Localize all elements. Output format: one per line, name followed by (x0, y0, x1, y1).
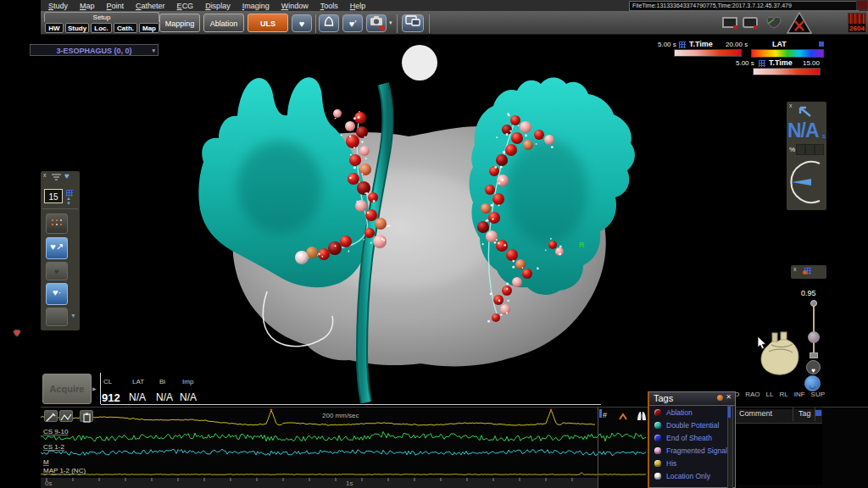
chevron-down-icon[interactable]: ▼ (70, 313, 76, 319)
menu-point[interactable]: Point (107, 2, 125, 10)
hash-annotation-button[interactable]: # (603, 411, 607, 419)
ecg-settings-button[interactable] (44, 410, 58, 422)
uls-tab[interactable]: ULS (248, 14, 288, 32)
lat-color-scale[interactable] (751, 49, 824, 58)
mouse-cursor (757, 336, 767, 350)
carto-logo (787, 12, 812, 37)
pin-icon[interactable] (717, 395, 723, 401)
points-spinbox[interactable]: 15 (44, 189, 63, 203)
setup-cath-button[interactable]: Cath. (114, 23, 137, 33)
trace-label-m[interactable]: M (43, 458, 49, 466)
menu-study[interactable]: Study (48, 2, 68, 10)
display-layout-button[interactable] (402, 14, 424, 32)
setup-study-button[interactable]: Study (65, 23, 89, 33)
orient-sup-button[interactable]: SUP (811, 391, 825, 398)
scale1-grid-icon[interactable] (679, 42, 686, 48)
ecg-clipboard-button[interactable] (80, 410, 93, 422)
orient-rl-button[interactable]: RL (779, 391, 787, 398)
slider-knob-large[interactable] (808, 331, 820, 343)
tags-scrollbar-thumb[interactable] (728, 407, 731, 418)
column-divider (793, 408, 793, 421)
catheter-connection-icon[interactable] (765, 15, 782, 33)
orient-inf-button[interactable]: INF (794, 391, 805, 398)
menu-tools[interactable]: Tools (320, 2, 338, 10)
tag-item-location-only[interactable]: Location Only (649, 469, 735, 482)
view-heart-button[interactable]: ♥ (806, 360, 821, 374)
map-extra-button[interactable] (46, 308, 68, 326)
mapping-tab[interactable]: Mapping (159, 14, 200, 32)
close-icon[interactable]: x (43, 172, 47, 178)
close-icon[interactable]: x (789, 103, 793, 108)
rotation-gauge[interactable] (789, 158, 825, 207)
heart-status-button[interactable]: ♥′ (342, 14, 363, 32)
ttime-color-scale[interactable] (674, 49, 742, 57)
acquire-button[interactable]: Acquire (42, 374, 92, 404)
workstation-monitor-icon[interactable] (722, 17, 737, 28)
orient-ll-button[interactable]: LL (766, 391, 774, 398)
menu-help[interactable]: Help (350, 2, 366, 10)
comment-column-header[interactable]: Comment (739, 409, 772, 418)
heart-icon: ♥ (811, 367, 815, 374)
menu-imaging[interactable]: Imaging (242, 2, 270, 10)
map-3d-view[interactable] (0, 35, 868, 407)
imp-label: Imp (182, 378, 193, 385)
acquire-menu-chevron-icon[interactable]: ▶ (92, 385, 97, 391)
scale3-grid-icon[interactable] (759, 60, 765, 67)
tag-item-double-potential[interactable]: Double Potential (649, 419, 735, 431)
map-edit-button[interactable]: ♥↗ (46, 237, 68, 259)
setup-hw-button[interactable]: HW (45, 23, 64, 33)
tag-item-end-of-sheath[interactable]: End of Sheath (649, 431, 735, 444)
tag-item-his[interactable]: His (649, 457, 735, 469)
close-icon[interactable]: x (793, 266, 797, 272)
heart-map-button[interactable]: ♥ (292, 14, 312, 32)
tags-scrollbar[interactable] (727, 406, 733, 488)
ecg-scrollbar-thumb[interactable] (599, 409, 602, 418)
ttime2-color-scale[interactable] (753, 68, 821, 75)
monitor-alert-dot (733, 25, 737, 29)
filter-icon[interactable] (52, 174, 61, 180)
heart-colored-icon[interactable]: ♥ (14, 326, 20, 339)
threshold-slider-track[interactable] (813, 302, 815, 358)
map-preview-button[interactable]: ♥ (46, 262, 68, 280)
divider (42, 208, 78, 209)
toolbar-divider (429, 14, 430, 33)
scale3-name: T.Time (769, 58, 793, 67)
caret-marker-icon[interactable] (618, 413, 628, 421)
snapshot-menu-chevron-icon[interactable]: ▾ (389, 19, 392, 26)
points-grid-button[interactable] (46, 214, 68, 234)
remote-monitor-icon[interactable] (743, 17, 758, 28)
slider-equals-button[interactable] (810, 352, 818, 358)
main-toolbar: Setup HW Study Loc. Cath. Map Mapping Ab… (41, 11, 868, 35)
lungs-icon[interactable] (636, 410, 648, 422)
menu-display[interactable]: Display (205, 2, 231, 10)
tag-item-ablation[interactable]: Ablation (649, 406, 735, 419)
scale-corner-widget[interactable] (819, 42, 824, 47)
tags-panel: Tags ✕ Ablation Double Potential End of … (648, 391, 736, 488)
spin-down-icon[interactable]: ▼ (66, 201, 71, 206)
map-tag-button[interactable]: ♥· (46, 283, 68, 305)
slider-knob-small[interactable] (810, 300, 817, 307)
menu-catheter[interactable]: Catheter (136, 2, 165, 10)
setup-map-button[interactable]: Map (139, 23, 159, 33)
map-viewport[interactable]: 3-ESOPHAGUS (0, 0) ▾ 5.00 s T.Time 20.00… (0, 35, 868, 407)
scale1-min: 5.00 s (658, 41, 676, 48)
alarm-button[interactable] (319, 14, 339, 32)
trace-label-cs910[interactable]: CS 9-10 (43, 428, 68, 435)
ablation-tab[interactable]: Ablation (203, 14, 244, 32)
setup-loc-button[interactable]: Loc. (91, 23, 112, 33)
trace-label-cs12[interactable]: CS 1-2 (43, 443, 64, 451)
tag-item-fragmented-signal[interactable]: Fragmented Signal (649, 444, 735, 457)
table-scrollbar-thumb[interactable] (815, 410, 821, 416)
map-selector-dropdown[interactable]: 3-ESOPHAGUS (0, 0) ▾ (30, 44, 159, 56)
ecg-caliper-button[interactable] (59, 410, 73, 422)
orient-rao-button[interactable]: RAO (745, 391, 760, 398)
snapshot-button[interactable] (366, 14, 387, 32)
menu-window[interactable]: Window (281, 2, 309, 10)
menu-map[interactable]: Map (80, 2, 95, 10)
close-icon[interactable]: ✕ (726, 393, 732, 401)
trace-label-map12[interactable]: MAP 1-2 (NC) (43, 467, 86, 474)
menu-ecg[interactable]: ECG (177, 2, 194, 10)
tag-column-header[interactable]: Tag (798, 409, 811, 418)
heart-small-icon[interactable]: ♥ (64, 171, 70, 180)
globe-button[interactable]: ◡ (804, 375, 821, 391)
